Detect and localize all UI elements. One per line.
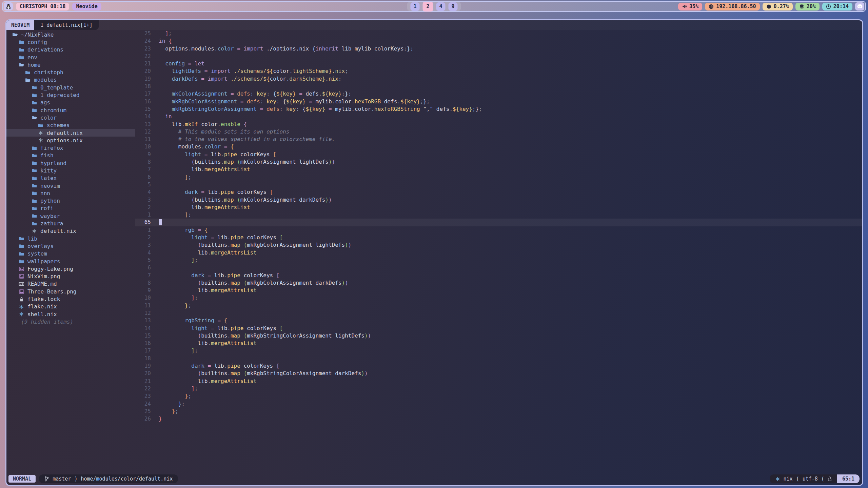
code-line[interactable]: 23 }; bbox=[135, 392, 862, 400]
tree-item-home[interactable]: home bbox=[6, 61, 135, 68]
tree-item-wallpapers[interactable]: wallpapers bbox=[6, 258, 135, 265]
code-line[interactable]: 9 lib.mergeAttrsList bbox=[135, 287, 862, 294]
code-line[interactable]: 15 mkRgbStringColorAssignment = defs: ke… bbox=[135, 105, 862, 113]
buffer-tab[interactable]: 1 default.nix[1+] bbox=[34, 20, 99, 30]
code-line[interactable]: 6 bbox=[135, 264, 862, 271]
code-line[interactable]: 1 ]; bbox=[135, 211, 862, 219]
tree-item-options.nix[interactable]: options.nix bbox=[6, 137, 135, 144]
tree-item-readme.md[interactable]: README.md bbox=[6, 280, 135, 288]
stat-pill-volume[interactable]: 35% bbox=[678, 3, 702, 11]
code-line[interactable]: 22 ]; bbox=[135, 385, 862, 392]
code-line[interactable]: 18 bbox=[135, 355, 862, 362]
code-line[interactable]: 3 (builtins.map (mkRgbColorAssignment li… bbox=[135, 241, 862, 249]
code-line[interactable]: 14 in bbox=[135, 113, 862, 120]
stat-pill-globe[interactable]: 192.168.86.50 bbox=[705, 3, 760, 11]
code-line[interactable]: 8 (builtins.map (mkColorAssignment light… bbox=[135, 158, 862, 166]
workspace-button-2[interactable]: 2 bbox=[423, 2, 433, 12]
code-line[interactable]: 3 (builtins.map (mkColorAssignment darkD… bbox=[135, 196, 862, 204]
code-editor[interactable]: 25 ];24in {23 options.modules.color = im… bbox=[135, 30, 862, 474]
stat-pill-clock[interactable]: 20:14 bbox=[822, 3, 852, 11]
tree-item-christoph[interactable]: christoph bbox=[6, 68, 135, 76]
tree-item-color[interactable]: color bbox=[6, 114, 135, 121]
code-line[interactable]: 2 light = lib.pipe colorKeys [ bbox=[135, 234, 862, 241]
stat-pill-gauge[interactable]: 0.27% bbox=[763, 3, 793, 11]
workspace-button-9[interactable]: 9 bbox=[449, 2, 458, 11]
tree-item-zathura[interactable]: zathura bbox=[6, 220, 135, 227]
tree-item-foggy-lake.png[interactable]: Foggy-Lake.png bbox=[6, 265, 135, 272]
code-line[interactable]: 14 light = lib.pipe colorKeys [ bbox=[135, 325, 862, 332]
tree-item-hyprland[interactable]: hyprland bbox=[6, 159, 135, 167]
code-line[interactable]: 7 lib.mergeAttrsList bbox=[135, 166, 862, 173]
code-line[interactable]: 12 bbox=[135, 309, 862, 317]
code-line[interactable]: 25 }; bbox=[135, 408, 862, 415]
code-line[interactable]: 10 ]; bbox=[135, 294, 862, 302]
code-line[interactable]: 17 ]; bbox=[135, 347, 862, 354]
stat-pill-database[interactable]: 20% bbox=[795, 3, 820, 11]
code-line[interactable]: 23 options.modules.color = import ./opti… bbox=[135, 45, 862, 53]
tree-item-modules[interactable]: modules bbox=[6, 76, 135, 84]
tree-item-derivations[interactable]: derivations bbox=[6, 46, 135, 54]
code-line[interactable]: 9 light = lib.pipe colorKeys [ bbox=[135, 151, 862, 158]
code-line[interactable]: 26} bbox=[135, 415, 862, 423]
code-line[interactable]: 24in { bbox=[135, 37, 862, 45]
code-line[interactable]: 7 dark = lib.pipe colorKeys [ bbox=[135, 272, 862, 279]
code-line[interactable]: 24 }; bbox=[135, 400, 862, 408]
tree-item-config[interactable]: config bbox=[6, 38, 135, 46]
tree-item-kitty[interactable]: kitty bbox=[6, 167, 135, 174]
tree-item-latex[interactable]: latex bbox=[6, 175, 135, 182]
tree-item-flake.nix[interactable]: flake.nix bbox=[6, 303, 135, 310]
tree-item-ags[interactable]: ags bbox=[6, 99, 135, 106]
code-line[interactable]: 17 mkColorAssignment = defs: key: {${key… bbox=[135, 90, 862, 98]
linux-tux-icon[interactable] bbox=[4, 2, 13, 11]
code-line-current[interactable]: 65 bbox=[135, 219, 862, 226]
tree-item-nnn[interactable]: nnn bbox=[6, 189, 135, 197]
tree-item-~-nixflake[interactable]: ~/NixFlake bbox=[6, 31, 135, 38]
tree-item-python[interactable]: python bbox=[6, 197, 135, 205]
code-line[interactable]: 18 bbox=[135, 83, 862, 90]
code-line[interactable]: 6 ]; bbox=[135, 174, 862, 181]
tree-item-waybar[interactable]: waybar bbox=[6, 212, 135, 220]
tree-item-env[interactable]: env bbox=[6, 54, 135, 61]
tree-item-fish[interactable]: fish bbox=[6, 152, 135, 159]
code-line[interactable]: 22 bbox=[135, 53, 862, 60]
code-line[interactable]: 21 config = let bbox=[135, 60, 862, 67]
code-line[interactable]: 25 ]; bbox=[135, 30, 862, 37]
tree-item-0-template[interactable]: 0_template bbox=[6, 84, 135, 91]
code-line[interactable]: 16 lib.mergeAttrsList bbox=[135, 340, 862, 347]
code-line[interactable]: 8 (builtins.map (mkRgbColorAssignment da… bbox=[135, 279, 862, 287]
tree-item-nixvim.png[interactable]: NixVim.png bbox=[6, 273, 135, 280]
tree-item-overlays[interactable]: overlays bbox=[6, 242, 135, 250]
tree-item-default.nix[interactable]: default.nix bbox=[6, 227, 135, 235]
tree-item-shell.nix[interactable]: shell.nix bbox=[6, 310, 135, 318]
workspace-button-4[interactable]: 4 bbox=[436, 2, 446, 11]
tree-item-default.nix[interactable]: default.nix bbox=[6, 129, 135, 137]
tree-item-schemes[interactable]: schemes bbox=[6, 122, 135, 129]
tree-item-three-bears.png[interactable]: Three-Bears.png bbox=[6, 288, 135, 295]
code-line[interactable]: 20 (builtins.map (mkRgbStringColorAssign… bbox=[135, 370, 862, 377]
code-line[interactable]: 16 mkRgbColorAssignment = defs: key: {${… bbox=[135, 98, 862, 105]
host-time-chip[interactable]: CHRISTOPH 08:18 bbox=[16, 3, 69, 11]
code-line[interactable]: 4 lib.mergeAttrsList bbox=[135, 249, 862, 257]
code-line[interactable]: 2 lib.mergeAttrsList bbox=[135, 204, 862, 211]
tree-item-1-deprecated[interactable]: 1_deprecated bbox=[6, 91, 135, 99]
code-line[interactable]: 21 lib.mergeAttrsList bbox=[135, 378, 862, 385]
code-line[interactable]: 11 # to the values specified in a colors… bbox=[135, 136, 862, 143]
code-line[interactable]: 19 dark = lib.pipe colorKeys [ bbox=[135, 362, 862, 370]
code-line[interactable]: 20 lightDefs = import ./schemes/${color.… bbox=[135, 67, 862, 75]
code-line[interactable]: 11 }; bbox=[135, 302, 862, 309]
workspace-button-1[interactable]: 1 bbox=[411, 2, 420, 11]
tree-item-chromium[interactable]: chromium bbox=[6, 106, 135, 114]
tree-item-lib[interactable]: lib bbox=[6, 235, 135, 242]
code-line[interactable]: 13 lib.mkIf color.enable { bbox=[135, 121, 862, 128]
tree-item-rofi[interactable]: rofi bbox=[6, 205, 135, 212]
tree-item-system[interactable]: system bbox=[6, 250, 135, 258]
code-line[interactable]: 1 rgb = { bbox=[135, 226, 862, 234]
code-line[interactable]: 4 dark = lib.pipe colorKeys [ bbox=[135, 188, 862, 196]
code-line[interactable]: 15 (builtins.map (mkRgbStringColorAssign… bbox=[135, 332, 862, 340]
code-line[interactable]: 13 rgbString = { bbox=[135, 317, 862, 324]
code-line[interactable]: 10 modules.color = { bbox=[135, 143, 862, 150]
code-line[interactable]: 5 bbox=[135, 181, 862, 188]
tree-item-firefox[interactable]: firefox bbox=[6, 144, 135, 151]
code-line[interactable]: 12 # This module sets its own options bbox=[135, 128, 862, 136]
tree-item-neovim[interactable]: neovim bbox=[6, 182, 135, 189]
